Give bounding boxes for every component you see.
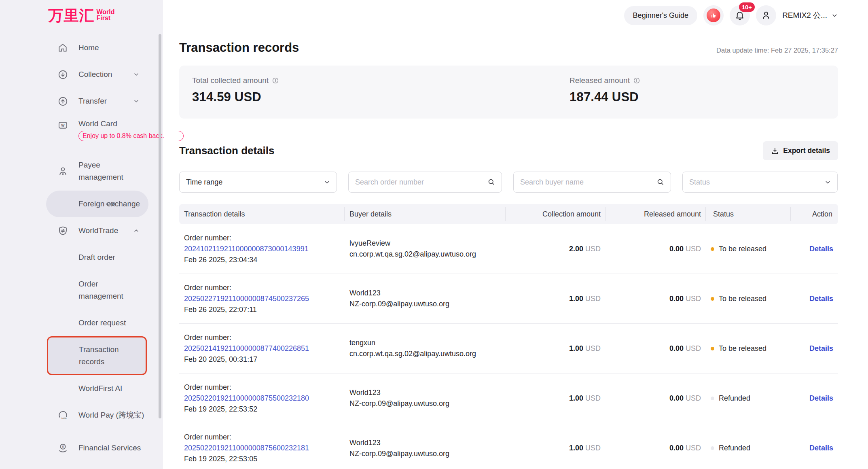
order-number-label: Order number:	[184, 282, 340, 293]
topbar: Beginner's Guide 10+ REMIX2 公...	[179, 0, 838, 31]
beginners-guide-button[interactable]: Beginner's Guide	[624, 6, 698, 25]
info-icon[interactable]	[272, 77, 279, 84]
account-menu[interactable]: REMIX2 公...	[782, 10, 838, 21]
info-icon[interactable]	[633, 77, 640, 84]
total-collected-label: Total collected amount	[192, 76, 269, 85]
sidebar-item-collection[interactable]: Collection	[0, 61, 163, 88]
download-icon	[771, 147, 779, 155]
payee-icon	[57, 166, 69, 177]
time-range-select[interactable]: Time range	[179, 172, 337, 193]
notifications-button[interactable]: 10+	[730, 5, 750, 25]
search-icon[interactable]	[656, 178, 665, 186]
sidebar-item-world-card[interactable]: w World Card Enjoy up to 0.8% cash back.	[0, 115, 163, 152]
sidebar-item-payee-management[interactable]: Payee management	[0, 152, 163, 191]
sidebar-scrollbar[interactable]	[159, 34, 161, 418]
chevron-down-icon	[824, 179, 831, 186]
home-icon	[57, 42, 69, 53]
order-date: Feb 19 2025, 22:53:05	[184, 454, 340, 465]
export-details-button[interactable]: Export details	[763, 141, 838, 160]
chevron-up-icon	[133, 227, 140, 234]
released-amount: 0.00	[669, 295, 684, 303]
details-link[interactable]: Details	[809, 394, 833, 403]
sidebar-item-home[interactable]: Home	[0, 34, 163, 61]
search-order-field	[348, 172, 502, 193]
order-date: Feb 26 2025, 22:07:11	[184, 304, 340, 315]
search-icon[interactable]	[487, 178, 495, 186]
buyer-email: NZ-corp.09@alipay.uwtuso.org	[349, 299, 501, 310]
order-number-link[interactable]: 2025022019211000000875500232180	[184, 393, 340, 404]
col-transaction-details: Transaction details	[179, 204, 345, 224]
total-collected-value: 314.59 USD	[192, 90, 279, 104]
search-buyer-field	[513, 172, 671, 193]
details-link[interactable]: Details	[809, 444, 833, 452]
sidebar-item-worldtrade[interactable]: WorldTrade	[0, 217, 163, 244]
svg-text:w: w	[61, 123, 65, 127]
financial-services-icon: ¥	[57, 442, 69, 454]
foreign-exchange-icon	[105, 198, 116, 210]
sidebar-item-world-pay[interactable]: 1688 World Pay (跨境宝)	[0, 402, 163, 429]
status-text: Refunded	[719, 444, 750, 452]
released-amount: 0.00	[669, 245, 684, 253]
released-amount: 0.00	[669, 394, 684, 403]
col-buyer-details: Buyer details	[345, 204, 506, 224]
collection-currency: USD	[585, 295, 601, 303]
buyer-name: World123	[349, 437, 501, 448]
page-title: Transaction records	[179, 40, 299, 55]
sidebar-item-transfer[interactable]: Transfer	[0, 88, 163, 115]
sidebar-item-label: Order request	[78, 317, 143, 329]
buyer-name: World123	[349, 288, 501, 299]
sidebar-item-foreign-exchange[interactable]: Foreign exchange	[46, 191, 148, 217]
sidebar-item-label: Payee management	[78, 159, 147, 183]
sidebar-subitem-transaction-records[interactable]: Transaction records	[47, 336, 147, 375]
buyer-email: cn.corp.wt.qa.sg.02@alipay.uwtuso.org	[349, 348, 501, 359]
status-dot	[711, 397, 714, 400]
status-dot	[711, 247, 714, 251]
sidebar-subitem-draft-order[interactable]: Draft order	[0, 244, 163, 271]
buyer-name: World123	[349, 387, 501, 398]
status-text: To be released	[719, 295, 766, 303]
released-currency: USD	[686, 295, 701, 303]
status-dot	[711, 347, 714, 350]
col-collection-amount: Collection amount	[506, 204, 605, 224]
search-order-input[interactable]	[355, 178, 483, 187]
brand-logo: 万里汇 World First	[0, 0, 163, 23]
table-body: Order number: 20241021192110000008730001…	[179, 224, 838, 469]
title-row: Transaction records Data update time: Fe…	[179, 40, 838, 55]
details-link[interactable]: Details	[809, 344, 833, 353]
sidebar-item-label: Order management	[78, 278, 143, 302]
order-number-link[interactable]: 2025022719211000000874500237265	[184, 293, 340, 304]
details-link[interactable]: Details	[809, 295, 833, 303]
data-update-time: Data update time: Feb 27 2025, 17:35:27	[716, 47, 838, 55]
table-row: Order number: 20250214192110000008774002…	[179, 324, 838, 374]
order-date: Feb 20 2025, 00:31:17	[184, 354, 340, 365]
status-select[interactable]: Status	[682, 172, 838, 193]
order-number-link[interactable]: 2025021419211000000877400226851	[184, 343, 340, 354]
col-status: Status	[706, 204, 791, 224]
account-avatar[interactable]	[756, 5, 776, 25]
search-buyer-input[interactable]	[520, 178, 652, 187]
sidebar-subitem-worldfirst-ai[interactable]: WorldFirst AI	[0, 375, 163, 402]
buyer-name: tengxun	[349, 337, 501, 348]
sidebar-item-label: Transaction records	[79, 344, 144, 368]
sidebar-item-label: WorldFirst AI	[78, 382, 151, 395]
buyer-email: NZ-corp.09@alipay.uwtuso.org	[349, 448, 501, 459]
details-link[interactable]: Details	[809, 245, 833, 253]
sidebar-subitem-order-management[interactable]: Order management	[0, 271, 163, 310]
col-released-amount: Released amount	[605, 204, 706, 224]
released-currency: USD	[686, 344, 701, 353]
filter-bar: Time range Status	[179, 172, 838, 193]
sidebar-subitem-order-request[interactable]: Order request	[0, 310, 163, 336]
order-number-label: Order number:	[184, 233, 340, 244]
status-text: To be released	[719, 245, 766, 253]
status-text: To be released	[719, 344, 766, 353]
sidebar-item-financial-services[interactable]: ¥ Financial Services	[0, 429, 163, 467]
order-number-link[interactable]: 2025022019211000000875600232181	[184, 443, 340, 454]
collection-amount: 1.00	[569, 444, 583, 452]
order-number-link[interactable]: 2024102119211000000873000143991	[184, 244, 340, 255]
account-name: REMIX2 公...	[782, 10, 827, 21]
feedback-button[interactable]	[703, 5, 724, 25]
order-number-label: Order number:	[184, 332, 340, 343]
col-action: Action	[791, 204, 838, 224]
table-header: Transaction details Buyer details Collec…	[179, 204, 838, 224]
brand-logo-en: World First	[96, 9, 114, 21]
